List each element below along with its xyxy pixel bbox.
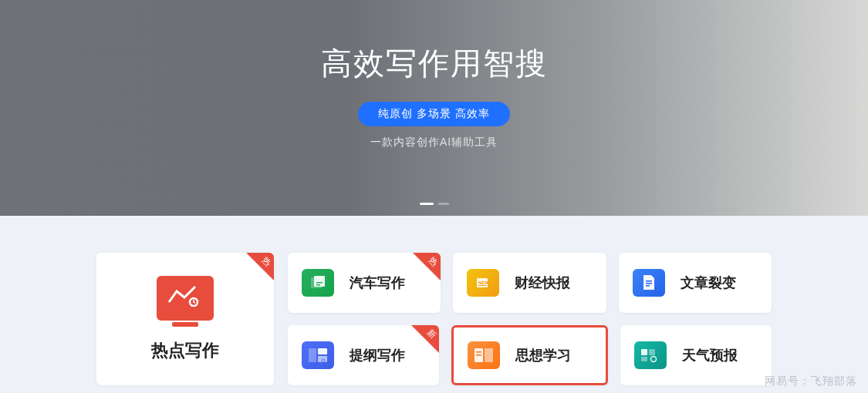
card-天气预报[interactable]: 天气预报 [620,325,772,385]
card-文章裂变[interactable]: 文章裂变 [619,253,772,313]
dot-1[interactable] [420,203,434,205]
svg-rect-3 [316,282,323,284]
card-label: 提纲写作 [350,346,405,364]
monitor-chart-icon [157,276,214,321]
svg-rect-19 [641,349,647,355]
svg-rect-9 [646,283,652,284]
svg-rect-16 [485,348,493,362]
card-icon [633,269,665,297]
card-icon [302,269,334,297]
svg-point-22 [650,357,656,362]
card-思想学习[interactable]: 思想学习 [451,325,607,385]
hero-banner: 高效写作用智搜 纯原创 多场景 高效率 一款内容创作AI辅助工具 [0,0,868,216]
card-label: 热点写作 [151,339,219,362]
card-label: 汽车写作 [350,274,405,292]
feature-section: 热 热点写作 热汽车写作NEW财经快报文章裂变 新提纲写作思想学习天气预报 [0,216,868,393]
carousel-dots[interactable] [420,203,449,205]
card-icon [468,341,500,369]
hero-pill: 纯原创 多场景 高效率 [358,102,510,126]
svg-rect-8 [646,280,652,282]
watermark: 网易号：飞翔部落 [765,375,857,388]
svg-rect-20 [649,349,655,355]
card-提纲写作[interactable]: 新提纲写作 [288,325,439,385]
corner-tag: 新 [411,325,439,353]
card-label: 文章裂变 [681,274,736,292]
card-label: 财经快报 [515,274,570,292]
card-icon: NEW [467,269,499,297]
card-财经快报[interactable]: NEW财经快报 [453,253,606,313]
card-icon [634,341,667,369]
card-汽车写作[interactable]: 热汽车写作 [288,253,441,313]
card-label: 思想学习 [515,346,571,364]
dot-2[interactable] [438,203,449,205]
hero-title: 高效写作用智搜 [321,42,548,85]
card-icon [302,341,334,369]
svg-rect-17 [476,351,481,353]
corner-tag: 热 [413,253,441,280]
svg-rect-11 [309,348,316,362]
hero-subtitle: 一款内容创作AI辅助工具 [370,136,498,149]
svg-text:NEW: NEW [478,280,489,285]
svg-rect-10 [646,285,650,287]
svg-rect-12 [318,348,327,354]
svg-rect-4 [316,284,320,286]
svg-rect-18 [476,354,481,356]
svg-rect-7 [478,285,486,286]
card-label: 天气预报 [682,346,738,364]
svg-rect-21 [641,357,647,361]
hot-tag: 热 [246,253,274,280]
card-hotspot-writing[interactable]: 热 热点写作 [96,253,274,385]
